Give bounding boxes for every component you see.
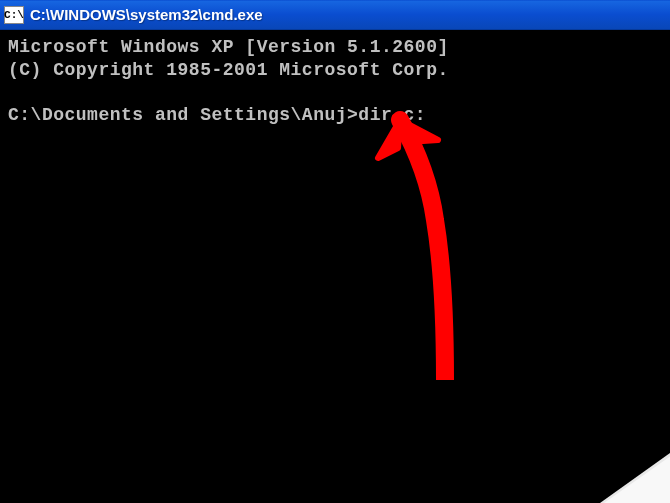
command-input[interactable]: dir c: xyxy=(358,104,426,127)
copyright-line: (C) Copyright 1985-2001 Microsoft Corp. xyxy=(8,59,662,82)
blank-line xyxy=(8,81,662,104)
window-title: C:\WINDOWS\system32\cmd.exe xyxy=(30,6,263,23)
prompt-line: C:\Documents and Settings\Anuj>dir c: xyxy=(8,104,662,127)
cmd-icon: C:\ xyxy=(4,6,24,24)
terminal-output[interactable]: Microsoft Windows XP [Version 5.1.2600] … xyxy=(0,30,670,503)
window-titlebar: C:\ C:\WINDOWS\system32\cmd.exe xyxy=(0,0,670,30)
prompt-text: C:\Documents and Settings\Anuj> xyxy=(8,104,358,127)
page-fold-decoration xyxy=(600,453,670,503)
version-line: Microsoft Windows XP [Version 5.1.2600] xyxy=(8,36,662,59)
